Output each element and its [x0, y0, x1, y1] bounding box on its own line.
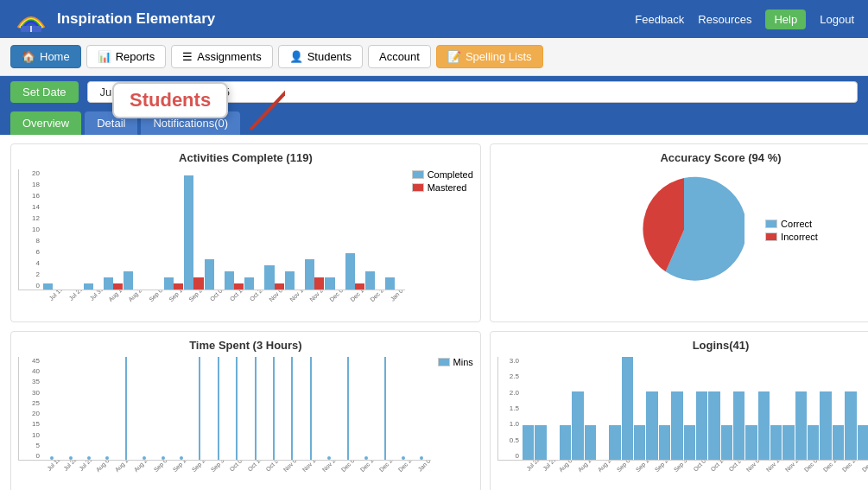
header-nav: Feedback Resources Help Logout: [635, 10, 854, 29]
completed-bar: [264, 265, 274, 290]
logins-title: Logins(41): [497, 339, 868, 352]
accuracy-title: Accuracy Score (94 %): [497, 151, 868, 164]
completed-bar: [43, 283, 53, 290]
login-bar: [758, 391, 770, 460]
login-bar: [733, 391, 744, 460]
mastered-bar: [174, 283, 183, 290]
login-bar: [833, 425, 844, 460]
main-content: Activities Complete (119) 20 18 16 14 12…: [0, 135, 868, 490]
y-axis-time: 45 40 35 30 25 20 15 10 5 0: [19, 357, 41, 460]
bar-group: [43, 169, 62, 290]
time-bar: [218, 357, 219, 460]
bar-group: [345, 169, 364, 290]
time-legend: Mins: [438, 357, 473, 367]
school-name: Inspiration Elementary: [57, 10, 635, 28]
resources-link[interactable]: Resources: [698, 13, 751, 26]
time-bar: [236, 357, 238, 460]
legend-mins: Mins: [438, 357, 473, 367]
login-bar: [745, 425, 757, 460]
time-bar: [199, 357, 200, 460]
login-bar: [523, 425, 534, 460]
completed-bar: [164, 277, 174, 290]
account-button[interactable]: Account: [368, 45, 431, 68]
completed-bar: [225, 271, 234, 290]
login-bar: [770, 425, 782, 460]
bar-group: [144, 169, 163, 290]
login-bar: [609, 425, 620, 460]
completed-color: [412, 170, 424, 179]
bar-group: [385, 169, 404, 290]
login-bar-groups: [523, 357, 868, 460]
time-spent-title: Time Spent (3 Hours): [18, 339, 473, 352]
time-spent-chart-panel: Time Spent (3 Hours) 45 40 35 30 25 20 1…: [10, 331, 481, 490]
activities-title: Activities Complete (119): [18, 151, 473, 164]
login-bar: [845, 391, 856, 460]
mastered-color: [412, 183, 424, 192]
mastered-bar: [234, 283, 244, 290]
help-button[interactable]: Help: [765, 10, 806, 29]
bar-group: [285, 169, 304, 290]
login-bar: [808, 425, 819, 460]
x-labels-activities: Jul 11Jul 21Jul 31Aug 10Aug 20Sep 09Sep …: [18, 290, 405, 315]
mastered-bar: [355, 283, 364, 290]
bar-group: [205, 169, 224, 290]
date-bar: Set Date Jul 11 2024 - Jan 10 2025: [0, 76, 868, 108]
bar-group: [84, 169, 103, 290]
login-bar: [820, 391, 831, 460]
login-bar: [671, 391, 682, 460]
assignments-icon: ☰: [182, 50, 193, 63]
mastered-bar: [275, 283, 284, 290]
tab-detail[interactable]: Detail: [85, 111, 137, 135]
completed-bar: [385, 277, 395, 290]
bar-group: [104, 169, 123, 290]
bar-group: [305, 169, 324, 290]
accuracy-pie-area: Correct Incorrect: [497, 169, 868, 290]
completed-bar: [345, 253, 355, 290]
time-bar-groups: [43, 357, 431, 460]
bar-group: [264, 169, 283, 290]
login-bars: 3.0 2.5 2.0 1.5 1.0 0.5 0: [497, 357, 868, 461]
login-bar: [795, 391, 807, 460]
assignments-button[interactable]: ☰ Assignments: [171, 45, 272, 68]
legend-correct: Correct: [765, 219, 818, 229]
bar-group: [365, 169, 384, 290]
home-button[interactable]: 🏠 Home: [10, 45, 81, 68]
login-bar: [585, 425, 596, 460]
incorrect-color: [765, 232, 777, 241]
correct-color: [765, 220, 777, 228]
home-icon: 🏠: [22, 50, 35, 63]
time-bar: [273, 357, 275, 460]
activities-chart-panel: Activities Complete (119) 20 18 16 14 12…: [10, 143, 481, 322]
sub-nav: Overview Detail Notifications(0): [0, 108, 868, 135]
date-range-display: Jul 11 2024 - Jan 10 2025: [87, 81, 858, 103]
completed-bar: [305, 259, 314, 290]
time-bar: [125, 357, 127, 460]
time-bar: [310, 357, 312, 460]
tab-notifications[interactable]: Notifications(0): [141, 111, 240, 135]
bar-group: [225, 169, 244, 290]
reports-icon: 📊: [98, 50, 111, 63]
y-axis-logins: 3.0 2.5 2.0 1.5 1.0 0.5 0: [498, 357, 521, 460]
time-bar: [255, 357, 257, 460]
mins-color: [438, 358, 450, 366]
bar-group: [325, 169, 344, 290]
login-bar: [535, 425, 546, 460]
reports-button[interactable]: 📊 Reports: [86, 45, 167, 68]
login-bar: [659, 425, 670, 460]
time-spent-bar-chart: 45 40 35 30 25 20 15 10 5 0 Jul 10Jul 20…: [18, 357, 431, 485]
toolbar: 🏠 Home 📊 Reports ☰ Assignments 👤 Student…: [0, 38, 868, 76]
tab-overview[interactable]: Overview: [10, 111, 81, 135]
set-date-button[interactable]: Set Date: [10, 81, 79, 103]
login-bar: [560, 425, 571, 460]
spelling-icon: 📝: [447, 50, 461, 63]
students-button[interactable]: 👤 Students: [278, 45, 363, 68]
spelling-lists-button[interactable]: 📝 Spelling Lists: [436, 45, 543, 68]
completed-bar: [124, 271, 133, 290]
time-bars: 45 40 35 30 25 20 15 10 5 0: [18, 357, 431, 461]
legend-mastered: Mastered: [412, 182, 473, 193]
completed-bar: [365, 271, 375, 290]
feedback-link[interactable]: Feedback: [635, 13, 684, 26]
mastered-bar: [193, 277, 203, 290]
logout-link[interactable]: Logout: [820, 13, 854, 26]
login-bar: [646, 391, 657, 460]
